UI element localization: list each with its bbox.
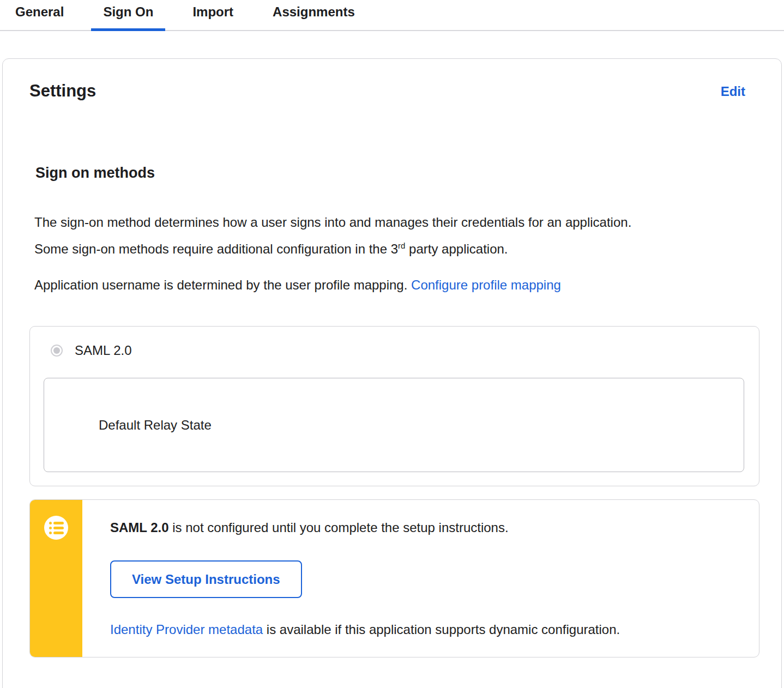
saml-radio-label: SAML 2.0 (75, 343, 132, 358)
description-text-tail: party application. (405, 242, 508, 256)
list-icon-row (49, 532, 64, 534)
sign-on-methods-heading: Sign on methods (35, 164, 759, 182)
sign-on-methods-description: The sign-on method determines how a user… (34, 209, 661, 262)
tab-sign-on[interactable]: Sign On (91, 4, 165, 31)
username-note: Application username is determined by th… (34, 271, 759, 298)
callout-content: SAML 2.0 is not configured until you com… (82, 500, 759, 657)
saml-setup-callout: SAML 2.0 is not configured until you com… (29, 499, 759, 657)
callout-warning-bar (30, 500, 82, 657)
tab-assignments[interactable]: Assignments (261, 4, 367, 30)
configure-profile-mapping-link[interactable]: Configure profile mapping (411, 277, 561, 292)
tab-import[interactable]: Import (180, 4, 245, 30)
metadata-note: Identity Provider metadata is available … (110, 621, 737, 637)
page-title: Settings (29, 81, 96, 101)
saml-radio[interactable] (51, 345, 63, 357)
edit-link[interactable]: Edit (721, 83, 745, 100)
settings-card: Settings Edit Sign on methods The sign-o… (2, 58, 782, 688)
default-relay-state-label: Default Relay State (99, 418, 212, 433)
list-icon-row (49, 527, 64, 529)
view-setup-instructions-button[interactable]: View Setup Instructions (110, 560, 302, 598)
callout-message-rest: is not configured until you complete the… (169, 520, 509, 535)
list-icon (44, 516, 68, 540)
callout-message-bold: SAML 2.0 (110, 520, 169, 535)
tab-bar: General Sign On Import Assignments (0, 0, 784, 31)
radio-dot (53, 347, 60, 354)
callout-message: SAML 2.0 is not configured until you com… (110, 520, 737, 535)
default-relay-state-field: Default Relay State (44, 378, 744, 472)
settings-card-header: Settings Edit (29, 81, 759, 101)
tab-general[interactable]: General (3, 4, 76, 30)
list-icon-row (49, 522, 64, 524)
metadata-note-text: is available if this application support… (263, 622, 620, 637)
description-superscript: rd (398, 241, 405, 250)
description-text: The sign-on method determines how a user… (34, 215, 631, 256)
identity-provider-metadata-link[interactable]: Identity Provider metadata (110, 622, 263, 637)
saml-radio-row: SAML 2.0 (44, 343, 744, 358)
saml-method-box: SAML 2.0 Default Relay State (29, 326, 759, 486)
username-note-text: Application username is determined by th… (34, 277, 411, 292)
